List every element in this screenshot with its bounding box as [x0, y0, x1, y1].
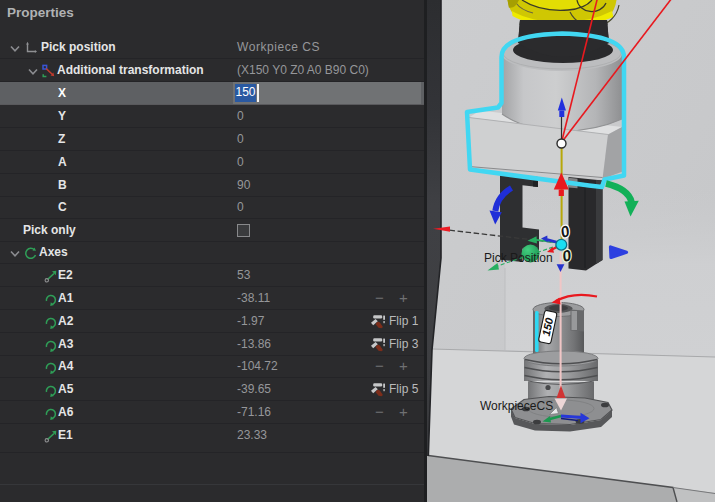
svg-text:WorkpieceCS: WorkpieceCS	[480, 399, 553, 413]
svg-text:Pick Position: Pick Position	[484, 251, 553, 265]
